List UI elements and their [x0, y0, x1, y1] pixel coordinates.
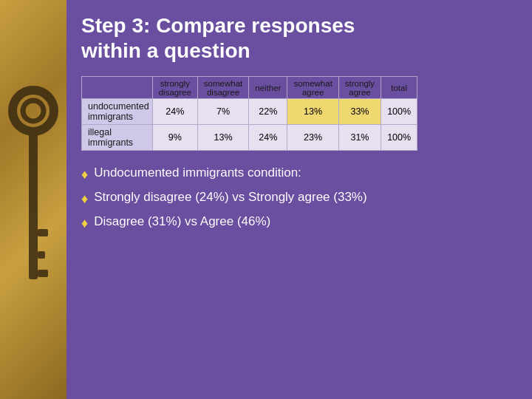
- cell-undoc-neither: 22%: [249, 99, 287, 125]
- comparison-table: stronglydisagree somewhatdisagree neithe…: [81, 76, 417, 151]
- bullet-item-1: ♦ Strongly disagree (24%) vs Strongly ag…: [81, 188, 514, 208]
- slide-title: Step 3: Compare responses within a quest…: [81, 13, 514, 63]
- svg-rect-2: [29, 132, 38, 279]
- cell-undoc-somewhat-agree: 13%: [287, 99, 338, 125]
- col-header-strongly-disagree: stronglydisagree: [152, 77, 197, 99]
- svg-rect-4: [38, 251, 45, 259]
- bullet-item-0: ♦ Undocumented immigrants condition:: [81, 164, 514, 184]
- comparison-table-container: stronglydisagree somewhatdisagree neithe…: [81, 76, 514, 151]
- bullet-text-0: Undocumented immigrants condition:: [94, 164, 301, 183]
- cell-undoc-strongly-disagree: 24%: [152, 99, 197, 125]
- col-header-label: [82, 77, 153, 99]
- cell-undoc-somewhat-disagree: 7%: [197, 99, 248, 125]
- cell-illegal-total: 100%: [381, 125, 417, 151]
- cell-undoc-total: 100%: [381, 99, 417, 125]
- col-header-neither: neither: [249, 77, 287, 99]
- table-row-undocumented: undocumentedimmigrants 24% 7% 22% 13% 33…: [82, 99, 417, 125]
- main-content: Step 3: Compare responses within a quest…: [66, 0, 532, 399]
- cell-illegal-neither: 24%: [249, 125, 287, 151]
- bullet-diamond-2: ♦: [81, 214, 88, 233]
- svg-point-0: [13, 90, 54, 132]
- bullet-diamond-0: ♦: [81, 165, 88, 184]
- table-header-row: stronglydisagree somewhatdisagree neithe…: [82, 77, 417, 99]
- bullet-text-2: Disagree (31%) vs Agree (46%): [94, 213, 270, 231]
- row-label-illegal: illegalimmigrants: [82, 125, 153, 151]
- bullet-text-1: Strongly disagree (24%) vs Strongly agre…: [94, 188, 366, 207]
- bullet-item-2: ♦ Disagree (31%) vs Agree (46%): [81, 213, 514, 233]
- cell-illegal-somewhat-disagree: 13%: [197, 125, 248, 151]
- bullet-diamond-1: ♦: [81, 189, 88, 208]
- cell-illegal-somewhat-agree: 23%: [287, 125, 338, 151]
- svg-point-1: [23, 100, 44, 121]
- title-line1: Step 3: Compare responses: [81, 14, 355, 37]
- title-line2: within a question: [81, 39, 250, 62]
- col-header-somewhat-agree: somewhatagree: [287, 77, 338, 99]
- row-label-undocumented: undocumentedimmigrants: [82, 99, 153, 125]
- col-header-strongly-agree: stronglyagree: [338, 77, 381, 99]
- col-header-somewhat-disagree: somewhatdisagree: [197, 77, 248, 99]
- col-header-total: total: [381, 77, 417, 99]
- cell-undoc-strongly-agree: 33%: [338, 99, 381, 125]
- svg-rect-5: [38, 270, 48, 277]
- bullet-list: ♦ Undocumented immigrants condition: ♦ S…: [81, 164, 514, 233]
- cell-illegal-strongly-agree: 31%: [338, 125, 381, 151]
- key-decoration: [0, 0, 66, 399]
- table-row-illegal: illegalimmigrants 9% 13% 24% 23% 31% 100…: [82, 125, 417, 151]
- svg-rect-3: [38, 229, 48, 236]
- key-icon: [7, 52, 59, 347]
- cell-illegal-strongly-disagree: 9%: [152, 125, 197, 151]
